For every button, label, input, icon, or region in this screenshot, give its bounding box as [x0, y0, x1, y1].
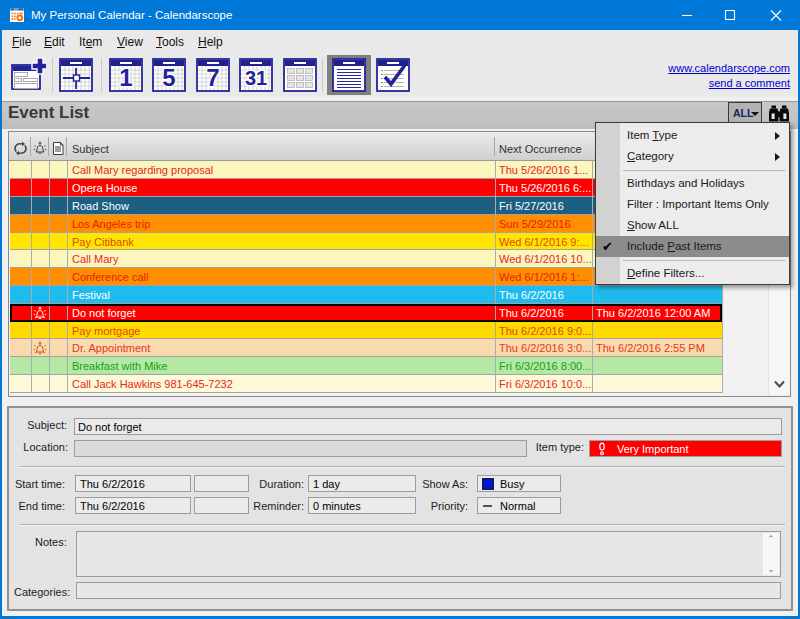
svg-text:7: 7: [206, 64, 219, 91]
svg-text:5: 5: [162, 64, 175, 91]
svg-text:31: 31: [245, 67, 267, 89]
svg-text:1: 1: [119, 64, 132, 91]
